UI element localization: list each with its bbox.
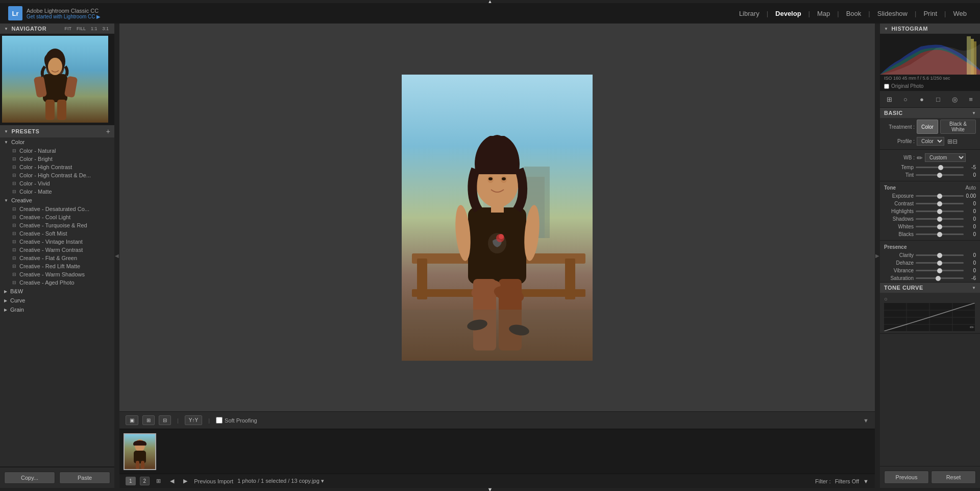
- preset-item[interactable]: ⊟Color - Matte: [0, 188, 114, 196]
- radial-filter-tool[interactable]: ◎: [948, 93, 961, 105]
- soft-proofing-label[interactable]: Soft Proofing: [216, 417, 257, 424]
- preset-item[interactable]: ⊟Creative - Warm Shadows: [0, 270, 114, 278]
- vibrance-thumb[interactable]: [937, 268, 942, 273]
- navigator-header[interactable]: ▼ Navigator FIT FILL 1:1 3:1: [0, 24, 114, 34]
- shadows-slider[interactable]: [916, 218, 964, 220]
- shadows-thumb[interactable]: [937, 217, 942, 222]
- tone-curve-edit[interactable]: ✏: [970, 324, 974, 330]
- grid-view-btn[interactable]: ⊞: [154, 477, 163, 485]
- clarity-slider[interactable]: [916, 254, 964, 256]
- next-nav-btn[interactable]: ▶: [181, 477, 190, 485]
- spot-removal-tool[interactable]: ○: [899, 93, 912, 105]
- preset-item[interactable]: ⊟Color - Bright: [0, 155, 114, 163]
- preset-item[interactable]: ⊟Creative - Vintage Instant: [0, 238, 114, 246]
- redeye-tool[interactable]: ●: [916, 93, 928, 105]
- highlights-thumb[interactable]: [937, 209, 942, 214]
- nav-link-develop[interactable]: Develop: [770, 8, 806, 19]
- copy-button[interactable]: Copy...: [4, 472, 55, 484]
- right-panel-collapse[interactable]: ▶: [875, 24, 880, 488]
- preset-group-header[interactable]: ▼Color: [0, 137, 114, 147]
- nav-link-web[interactable]: Web: [948, 8, 972, 19]
- previous-button[interactable]: Previous: [884, 471, 929, 484]
- preset-group-header[interactable]: ▶Curve: [0, 296, 114, 305]
- preset-item[interactable]: ⊟Creative - Aged Photo: [0, 278, 114, 287]
- tone-curve-header[interactable]: Tone Curve ▼: [880, 283, 980, 293]
- original-photo-checkbox[interactable]: [884, 84, 889, 89]
- wb-select[interactable]: Custom: [925, 153, 966, 162]
- nav-link-print[interactable]: Print: [918, 8, 942, 19]
- dehaze-thumb[interactable]: [937, 261, 942, 266]
- soft-proofing-checkbox[interactable]: [216, 417, 223, 424]
- preset-group-header[interactable]: ▶B&W: [0, 287, 114, 296]
- preset-item[interactable]: ⊟Color - Natural: [0, 147, 114, 155]
- tint-slider[interactable]: [916, 174, 964, 176]
- presets-header[interactable]: ▼ Presets +: [0, 125, 114, 137]
- profile-grid-btn[interactable]: ⊞⊟: [947, 138, 958, 145]
- filter-dropdown[interactable]: ▼: [863, 478, 869, 484]
- app-subtitle[interactable]: Get started with Lightroom CC ▶: [27, 14, 101, 19]
- preset-item[interactable]: ⊟Creative - Soft Mist: [0, 229, 114, 238]
- bottom-collapse-arrow[interactable]: ▼: [0, 488, 980, 491]
- saturation-slider[interactable]: [916, 277, 964, 279]
- saturation-thumb[interactable]: [936, 276, 941, 281]
- whites-slider[interactable]: [916, 226, 964, 227]
- preset-item[interactable]: ⊟Color - Vivid: [0, 179, 114, 188]
- adjustment-brush-tool[interactable]: ≡: [965, 93, 977, 105]
- nav-link-library[interactable]: Library: [734, 8, 765, 19]
- film-thumb-1[interactable]: [124, 433, 156, 470]
- loupe-btn[interactable]: Y↑Y: [185, 415, 202, 425]
- panel-num-1[interactable]: 1: [126, 477, 136, 485]
- zoom-3-1[interactable]: 3:1: [101, 26, 110, 32]
- wb-eyedropper[interactable]: ✏: [917, 154, 923, 162]
- view-grid-btn[interactable]: ⊞: [142, 415, 155, 425]
- preset-item[interactable]: ⊟Creative - Flat & Green: [0, 254, 114, 262]
- view-single-btn[interactable]: ▣: [126, 415, 138, 425]
- dehaze-slider[interactable]: [916, 262, 964, 264]
- temp-slider[interactable]: [916, 167, 964, 168]
- blacks-thumb[interactable]: [937, 232, 942, 237]
- color-treatment-btn[interactable]: Color: [917, 120, 938, 134]
- nav-link-book[interactable]: Book: [841, 8, 867, 19]
- contrast-thumb[interactable]: [937, 201, 942, 206]
- preset-item[interactable]: ⊟Creative - Turquoise & Red: [0, 221, 114, 229]
- vibrance-slider[interactable]: [916, 270, 964, 271]
- preset-item[interactable]: ⊟Creative - Cool Light: [0, 213, 114, 221]
- preset-item[interactable]: ⊟Color - High Contrast: [0, 163, 114, 171]
- toolbar-dropdown-arrow[interactable]: ▼: [863, 417, 869, 424]
- zoom-fill[interactable]: FILL: [75, 26, 87, 32]
- left-panel-collapse[interactable]: ◀: [114, 24, 119, 488]
- zoom-fit[interactable]: FIT: [63, 26, 73, 32]
- auto-button[interactable]: Auto: [965, 185, 976, 191]
- tint-thumb[interactable]: [937, 173, 942, 178]
- preset-group-header[interactable]: ▼Creative: [0, 196, 114, 205]
- reset-button[interactable]: Reset: [931, 471, 976, 484]
- prev-nav-btn[interactable]: ◀: [167, 477, 177, 485]
- profile-select[interactable]: Color: [917, 137, 944, 146]
- temp-thumb[interactable]: [938, 165, 943, 170]
- bw-treatment-btn[interactable]: Black & White: [940, 120, 976, 134]
- preset-item[interactable]: ⊟Creative - Desaturated Co...: [0, 205, 114, 213]
- view-compare-btn[interactable]: ⊟: [159, 415, 171, 425]
- preset-item[interactable]: ⊟Color - High Contrast & De...: [0, 171, 114, 179]
- preset-item[interactable]: ⊟Creative - Red Lift Matte: [0, 262, 114, 270]
- exposure-thumb[interactable]: [937, 194, 942, 199]
- tone-curve-circle[interactable]: ○: [884, 296, 888, 302]
- exposure-slider[interactable]: [916, 195, 964, 197]
- contrast-slider[interactable]: [916, 203, 964, 204]
- paste-button[interactable]: Paste: [59, 472, 110, 484]
- nav-link-map[interactable]: Map: [812, 8, 835, 19]
- filter-value[interactable]: Filters Off: [835, 478, 859, 484]
- add-preset-button[interactable]: +: [106, 127, 110, 135]
- crop-tool[interactable]: ⊞: [883, 93, 895, 105]
- clarity-thumb[interactable]: [937, 253, 942, 258]
- whites-thumb[interactable]: [937, 224, 942, 229]
- blacks-slider[interactable]: [916, 233, 964, 235]
- grad-filter-tool[interactable]: □: [932, 93, 944, 105]
- preset-item[interactable]: ⊟Creative - Warm Contrast: [0, 246, 114, 254]
- panel-num-2[interactable]: 2: [140, 477, 150, 485]
- highlights-slider[interactable]: [916, 211, 964, 212]
- zoom-1-1[interactable]: 1:1: [89, 26, 99, 32]
- histogram-header[interactable]: ▼ Histogram: [880, 24, 980, 34]
- basic-panel-header[interactable]: Basic ▼: [880, 108, 980, 118]
- nav-link-slideshow[interactable]: Slideshow: [872, 8, 913, 19]
